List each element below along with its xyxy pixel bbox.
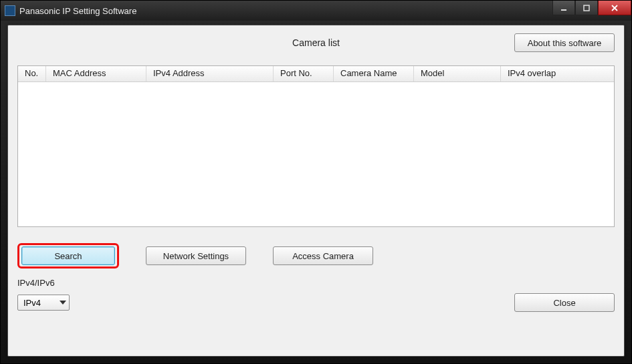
camera-table: No.MAC AddressIPv4 AddressPort No.Camera… [17,65,615,227]
search-button[interactable]: Search [21,246,115,265]
ip-version-label: IPv4/IPv6 [17,278,615,288]
column-header[interactable]: Model [414,66,501,81]
search-highlight: Search [17,243,119,268]
client-area: Camera list About this software No.MAC A… [7,25,625,357]
access-camera-button[interactable]: Access Camera [273,246,373,265]
column-header[interactable]: IPv4 overlap [501,66,600,81]
chevron-down-icon [60,301,66,305]
window-title: Panasonic IP Setting Software [19,6,627,16]
about-button[interactable]: About this software [514,33,615,52]
ip-version-value: IPv4 [23,298,41,308]
minimize-button[interactable] [552,1,575,15]
ip-version-select[interactable]: IPv4 [17,295,70,311]
close-window-button[interactable] [598,1,631,15]
top-row: Camera list About this software [17,33,615,56]
column-header[interactable]: MAC Address [46,66,146,81]
content: Camera list About this software No.MAC A… [17,33,615,348]
column-header[interactable]: Camera Name [334,66,414,81]
network-settings-button[interactable]: Network Settings [146,246,246,265]
app-window: Panasonic IP Setting Software Camera lis… [0,0,632,364]
svg-rect-1 [584,5,589,11]
action-row: Search Network Settings Access Camera [17,243,615,268]
maximize-icon [583,4,591,12]
table-header: No.MAC AddressIPv4 AddressPort No.Camera… [18,66,614,82]
svg-rect-0 [561,9,566,11]
window-buttons [552,1,631,15]
app-icon [5,5,15,16]
column-header[interactable]: Port No. [274,66,334,81]
bottom-row: IPv4 Close [17,293,615,312]
column-header[interactable]: No. [18,66,46,81]
close-button[interactable]: Close [514,293,615,312]
minimize-icon [560,4,568,12]
titlebar: Panasonic IP Setting Software [1,1,631,21]
close-icon [611,4,619,12]
maximize-button[interactable] [575,1,598,15]
column-header[interactable]: IPv4 Address [146,66,274,81]
